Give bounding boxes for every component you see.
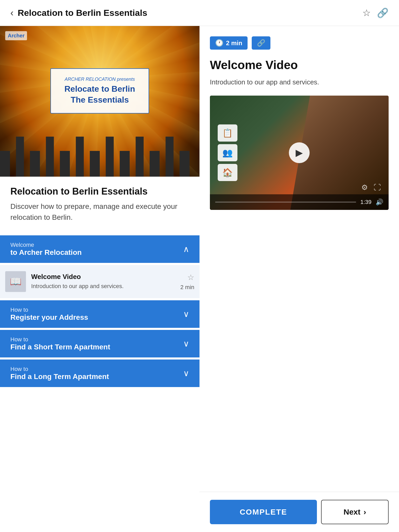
- video-player[interactable]: 📋 👥 🏠 ▶ ⚙ ⛶ 1:39 🔊: [210, 96, 389, 210]
- main-layout: Archer ARCHER RELOCATION presents Reloca…: [0, 26, 399, 389]
- header-right: ☆ 🔗: [362, 8, 389, 18]
- bookmark-icon[interactable]: ☆: [362, 8, 371, 18]
- lesson-description: Introduction to our app and services.: [31, 282, 175, 290]
- section-bottom-register: Register your Address: [10, 313, 88, 322]
- lesson-book-icon: 📖: [10, 276, 22, 287]
- page-title: Relocation to Berlin Essentials: [18, 8, 147, 18]
- video-progress-bar[interactable]: [215, 202, 356, 203]
- section-label-register: How to Register your Address: [10, 307, 88, 322]
- section-item-long-term[interactable]: How to Find a Long Term Apartment ∨: [0, 360, 200, 387]
- section-top-long-term: How to: [10, 366, 109, 373]
- link-icon[interactable]: 🔗: [377, 8, 389, 18]
- section-top-welcome: Welcome: [10, 242, 82, 248]
- lesson-icon-box: 📖: [5, 271, 26, 292]
- video-volume-icon[interactable]: 🔊: [376, 198, 383, 206]
- archer-logo: Archer: [5, 31, 27, 40]
- section-item-short-term[interactable]: How to Find a Short Term Apartment ∨: [0, 330, 200, 357]
- video-icon-house: 🏠: [218, 164, 237, 181]
- lesson-title: Welcome Video: [31, 273, 175, 281]
- hero-title-line1: Relocate to Berlin: [64, 84, 135, 94]
- next-chevron-icon: ›: [364, 508, 366, 516]
- section-list: Welcome to Archer Relocation ∧ 📖 Welcome…: [0, 235, 200, 387]
- hero-card: ARCHER RELOCATION presents Relocate to B…: [50, 68, 149, 114]
- video-fullscreen-icon[interactable]: ⛶: [374, 183, 381, 192]
- tag-duration: 🕐 2 min: [210, 36, 248, 50]
- lesson-meta: ☆ 2 min: [180, 273, 194, 291]
- complete-button[interactable]: COMPLETE: [210, 500, 317, 524]
- tag-link[interactable]: 🔗: [252, 36, 270, 50]
- left-column: Archer ARCHER RELOCATION presents Reloca…: [0, 26, 200, 389]
- lesson-content: Welcome Video Introduction to our app an…: [31, 273, 175, 290]
- section-label-short-term: How to Find a Short Term Apartment: [10, 336, 110, 351]
- section-label-welcome: Welcome to Archer Relocation: [10, 242, 82, 257]
- video-timestamp: 1:39: [360, 199, 371, 205]
- section-label-long-term: How to Find a Long Term Apartment: [10, 366, 109, 381]
- header-left: ‹ Relocation to Berlin Essentials: [10, 8, 147, 18]
- bottom-action-bar: COMPLETE Next ›: [200, 492, 399, 532]
- section-bottom-short-term: Find a Short Term Apartment: [10, 343, 110, 351]
- chevron-up-icon: ∧: [183, 244, 189, 254]
- next-label: Next: [343, 508, 360, 516]
- course-info: Relocation to Berlin Essentials Discover…: [0, 177, 200, 230]
- hero-subtitle: ARCHER RELOCATION presents: [61, 77, 138, 82]
- video-play-button[interactable]: ▶: [289, 142, 310, 163]
- video-gear-icon[interactable]: ⚙: [361, 183, 368, 192]
- tag-link-icon: 🔗: [257, 39, 265, 47]
- video-overlay-icons: 📋 👥 🏠: [218, 124, 237, 181]
- chevron-down-icon-register: ∨: [183, 309, 189, 319]
- lesson-bookmark-icon[interactable]: ☆: [187, 273, 194, 282]
- video-title: Welcome Video: [210, 58, 389, 72]
- section-top-short-term: How to: [10, 336, 110, 343]
- next-button[interactable]: Next ›: [321, 500, 389, 524]
- video-description: Introduction to our app and services.: [210, 78, 389, 86]
- hero-image: Archer ARCHER RELOCATION presents Reloca…: [0, 26, 200, 177]
- lesson-item-welcome-video[interactable]: 📖 Welcome Video Introduction to our app …: [0, 265, 200, 298]
- tag-duration-label: 2 min: [226, 39, 242, 47]
- section-item-register[interactable]: How to Register your Address ∨: [0, 300, 200, 328]
- header: ‹ Relocation to Berlin Essentials ☆ 🔗: [0, 0, 399, 26]
- clock-icon: 🕐: [215, 39, 223, 47]
- back-button[interactable]: ‹: [10, 8, 14, 18]
- video-icon-people: 👥: [218, 144, 237, 161]
- section-item-welcome[interactable]: Welcome to Archer Relocation ∧: [0, 235, 200, 263]
- hero-card-title: Relocate to Berlin The Essentials: [61, 84, 138, 105]
- video-icon-document: 📋: [218, 124, 237, 142]
- course-title: Relocation to Berlin Essentials: [10, 186, 189, 197]
- course-description: Discover how to prepare, manage and exec…: [10, 201, 189, 223]
- video-bottom-bar: 1:39 🔊: [210, 194, 389, 210]
- lesson-duration: 2 min: [180, 284, 194, 291]
- right-column: 🕐 2 min 🔗 Welcome Video Introduction to …: [200, 26, 399, 389]
- hero-title-line2: The Essentials: [71, 95, 129, 104]
- tags-row: 🕐 2 min 🔗: [210, 36, 389, 50]
- section-bottom-welcome: to Archer Relocation: [10, 248, 82, 257]
- section-top-register: How to: [10, 307, 88, 313]
- section-bottom-long-term: Find a Long Term Apartment: [10, 373, 109, 381]
- chevron-down-icon-short-term: ∨: [183, 339, 189, 349]
- chevron-down-icon-long-term: ∨: [183, 368, 189, 378]
